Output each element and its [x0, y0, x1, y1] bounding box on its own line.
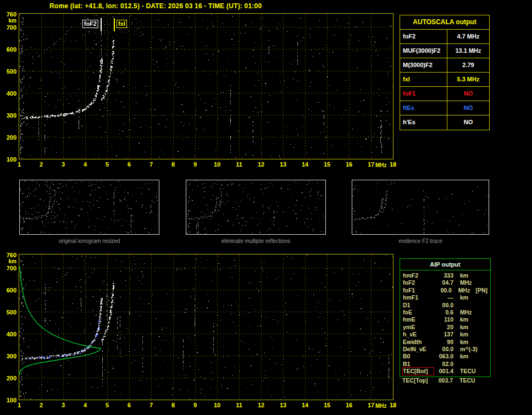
- parameter-value: 00.0: [434, 346, 453, 353]
- ionogram-canvas-interpreted: [19, 254, 393, 400]
- parameter-name: h_vE: [403, 331, 434, 338]
- x-tick-label: 3: [58, 161, 69, 168]
- x-tick-label: 8: [168, 402, 179, 408]
- parameter-unit: m^(-3): [460, 346, 478, 353]
- parameter-unit: km: [460, 316, 468, 323]
- x-tick-label: 13: [278, 402, 289, 408]
- x-tick-label: 11: [234, 402, 245, 408]
- thumbnail-f2-trace: [352, 180, 489, 235]
- aip-row-h-ve: h_vE137km: [400, 331, 490, 338]
- x-tick-label: 5: [102, 402, 113, 408]
- parameter-name: MUF(3000)F2: [400, 44, 447, 58]
- parameter-value: NO: [447, 87, 489, 101]
- aip-row-yme: ymE20km: [400, 324, 490, 331]
- x-tick-label: 2: [36, 161, 47, 168]
- parameter-value: 003.7: [433, 377, 453, 384]
- fof2-marker-label: foF2: [82, 20, 98, 28]
- y-tick-label: 760: [2, 11, 16, 18]
- autoscala-row-ftes: ftEsNO: [400, 101, 489, 115]
- y-tick-label: 400: [2, 90, 16, 97]
- fxi-marker-line: [114, 18, 115, 31]
- parameter-unit: TECU: [459, 377, 475, 384]
- y-tick-label: 100: [2, 397, 16, 403]
- x-axis-unit: MHz: [375, 162, 387, 168]
- parameter-value: 2.79: [447, 58, 489, 72]
- parameter-value: 333: [434, 272, 453, 279]
- x-tick-label: 9: [190, 161, 201, 168]
- thumbnail-canvas-multiples-removed: [186, 180, 325, 234]
- x-axis-unit: MHz: [375, 403, 387, 409]
- parameter-unit: km: [460, 272, 468, 279]
- parameter-value: NO: [447, 101, 489, 115]
- parameter-unit: MHz: [460, 309, 472, 316]
- x-tick-label: 7: [146, 161, 157, 168]
- y-tick-label: 760: [2, 252, 16, 258]
- aip-row-b1: B102.0: [400, 361, 490, 368]
- parameter-note: [PN]: [475, 287, 487, 294]
- parameter-value: 0.6: [434, 309, 453, 316]
- y-tick-label: 300: [2, 112, 16, 119]
- x-tick-label: 16: [343, 402, 354, 408]
- aip-output-table: AIP output hmF2333kmfoF204.7MHzfoF100.0M…: [400, 258, 491, 377]
- y-axis-unit: km: [2, 18, 16, 24]
- autoscala-row-h-es: h'EsNO: [400, 115, 489, 130]
- parameter-value: 13.1 MHz: [447, 44, 489, 58]
- x-tick-label: 12: [256, 402, 267, 408]
- parameter-name: hmF2: [403, 272, 434, 279]
- parameter-value: 001.4: [434, 368, 453, 375]
- autoscala-row-muf-3000-f2: MUF(3000)F213.1 MHz: [400, 44, 489, 58]
- y-tick-label: 200: [2, 375, 16, 381]
- x-tick-label: 10: [212, 161, 223, 168]
- x-tick-label: 6: [124, 402, 135, 408]
- y-tick-label: 700: [2, 24, 16, 31]
- parameter-name: TEC[Bot]: [403, 368, 434, 375]
- thumbnail-original-ionogram: [19, 180, 159, 235]
- autoscala-row-fof2: foF24.7 MHz: [400, 30, 489, 44]
- parameter-name: B1: [403, 361, 434, 368]
- autoscala-table-rows: foF24.7 MHzMUF(3000)F213.1 MHzM(3000)F22…: [400, 30, 489, 130]
- autoscala-row-fxi: fxI5.3 MHz: [400, 73, 489, 87]
- parameter-value: 5.3 MHz: [447, 73, 489, 86]
- y-tick-label: 500: [2, 68, 16, 75]
- aip-row-ewidth: Ewidth90km: [400, 339, 490, 346]
- station-date-time-title: Rome (lat: +41.8, lon: 012.5) - DATE: 20…: [49, 2, 262, 10]
- y-tick-label: 600: [2, 46, 16, 53]
- autoscala-window: Rome (lat: +41.8, lon: 012.5) - DATE: 20…: [0, 0, 532, 415]
- y-tick-label: 300: [2, 353, 16, 359]
- parameter-name: DelN_vE: [403, 346, 434, 353]
- autoscala-table-title: AUTOSCALA output: [400, 15, 489, 30]
- x-tick-label: 14: [300, 402, 311, 408]
- x-tick-label: 10: [212, 402, 223, 408]
- parameter-value: 04.7: [434, 279, 453, 286]
- parameter-name: foE: [403, 309, 434, 316]
- parameter-name: TEC[Top]: [402, 377, 433, 384]
- thumbnail-multiples-removed: [186, 180, 326, 235]
- parameter-value: 00.0: [434, 302, 453, 309]
- thumbnail-canvas-f2-trace: [352, 180, 489, 234]
- aip-row-hme: hmE110km: [400, 316, 490, 323]
- autoscala-output-table: AUTOSCALA output foF24.7 MHzMUF(3000)F21…: [400, 15, 490, 130]
- x-tick-label: 12: [256, 161, 267, 168]
- parameter-unit: km: [460, 294, 468, 301]
- x-tick-label: 9: [190, 402, 201, 408]
- parameter-value: 063.0: [434, 353, 453, 360]
- aip-row-fof1: foF100.0MHz[PN]: [400, 287, 490, 294]
- y-tick-label: 200: [2, 134, 16, 141]
- y-tick-label: 600: [2, 287, 16, 294]
- ionogram-plot-interpreted: 123456789101112131415161718MHz7607006005…: [19, 254, 394, 400]
- parameter-value: 20: [434, 324, 453, 331]
- parameter-value: 02.0: [434, 361, 453, 368]
- parameter-value: 90: [434, 339, 453, 346]
- parameter-value: NO: [447, 115, 489, 130]
- parameter-name: B0: [403, 353, 434, 360]
- aip-row-hmf1: hmF1---km: [400, 294, 490, 301]
- x-tick-label: 13: [278, 161, 289, 168]
- parameter-unit: km: [460, 331, 468, 338]
- aip-row-b0: B0063.0km: [400, 353, 490, 360]
- parameter-name: foF2: [400, 30, 447, 43]
- parameter-name: h'Es: [400, 115, 447, 130]
- y-tick-label: 400: [2, 331, 16, 337]
- parameter-unit: MHz: [460, 279, 472, 286]
- fof2-marker-line: [101, 18, 102, 31]
- thumbnail-caption-f2-trace: evidence F2 trace: [352, 238, 489, 244]
